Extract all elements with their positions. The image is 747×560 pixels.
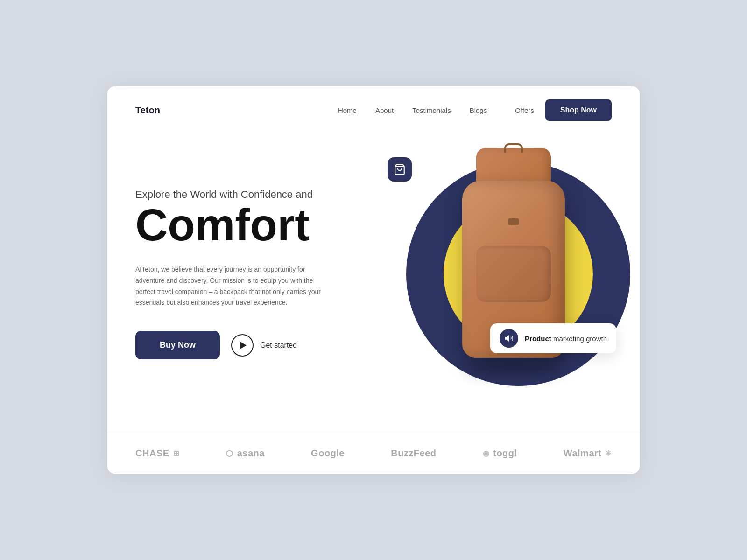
toggl-label: toggl	[493, 448, 517, 459]
nav-links: Home About Testimonials Blogs	[338, 106, 487, 114]
product-badge-bold: Product	[525, 335, 551, 343]
nav-about[interactable]: About	[375, 106, 394, 114]
hero-description: AtTeton, we believe that every journey i…	[135, 264, 331, 308]
brand-walmart: Walmart ✳	[564, 448, 612, 459]
brand-asana: ⬡ asana	[226, 448, 265, 459]
backpack-handle	[504, 143, 523, 153]
product-badge-label: Product marketing growth	[525, 335, 607, 343]
play-button[interactable]	[231, 334, 254, 357]
hero-actions: Buy Now Get started	[135, 331, 378, 359]
product-marketing-badge: Product marketing growth	[490, 323, 616, 353]
navbar: Teton Home About Testimonials Blogs Offe…	[107, 86, 640, 134]
hero-title: Comfort	[135, 203, 378, 247]
nav-testimonials[interactable]: Testimonials	[412, 106, 451, 114]
hero-section: Explore the World with Confidence and Co…	[107, 134, 640, 433]
google-label: Google	[311, 448, 345, 459]
brand-buzzfeed: BuzzFeed	[391, 448, 436, 459]
backpack-clasp	[508, 218, 519, 225]
brand-logo[interactable]: Teton	[135, 105, 160, 116]
backpack-pocket	[476, 246, 551, 302]
brand-toggl: ◉ toggl	[483, 448, 517, 459]
hero-visual: TETON SPORTS	[378, 143, 612, 405]
nav-offers[interactable]: Offers	[515, 106, 534, 114]
asana-label: asana	[237, 448, 265, 459]
cart-badge[interactable]	[388, 157, 412, 182]
megaphone-svg	[504, 333, 514, 343]
play-icon	[240, 342, 247, 349]
brands-bar: CHASE ⊞ ⬡ asana Google BuzzFeed ◉ toggl …	[107, 433, 640, 474]
walmart-label: Walmart	[564, 448, 602, 459]
nav-home[interactable]: Home	[338, 106, 357, 114]
get-started-button[interactable]: Get started	[231, 334, 297, 357]
buy-now-button[interactable]: Buy Now	[135, 331, 220, 359]
brand-chase: CHASE ⊞	[135, 448, 179, 459]
get-started-label: Get started	[260, 341, 297, 350]
walmart-icon: ✳	[605, 449, 612, 458]
hero-content: Explore the World with Confidence and Co…	[135, 189, 378, 359]
megaphone-icon	[500, 329, 518, 348]
toggl-icon: ◉	[483, 449, 490, 458]
backpack-shadow	[467, 363, 560, 377]
nav-blogs[interactable]: Blogs	[470, 106, 487, 114]
brand-google: Google	[311, 448, 345, 459]
shop-now-button[interactable]: Shop Now	[545, 99, 612, 121]
chase-icon: ⊞	[173, 449, 180, 458]
product-badge-rest: marketing growth	[551, 335, 607, 343]
chase-label: CHASE	[135, 448, 169, 459]
asana-dots: ⬡	[226, 448, 233, 459]
page-container: Teton Home About Testimonials Blogs Offe…	[107, 86, 640, 474]
buzzfeed-label: BuzzFeed	[391, 448, 436, 459]
hero-subtitle: Explore the World with Confidence and	[135, 189, 378, 201]
cart-icon	[394, 163, 406, 175]
backpack-visual: TETON SPORTS	[425, 143, 602, 405]
backpack-wrap: TETON SPORTS	[425, 143, 602, 405]
backpack-top	[476, 148, 551, 185]
